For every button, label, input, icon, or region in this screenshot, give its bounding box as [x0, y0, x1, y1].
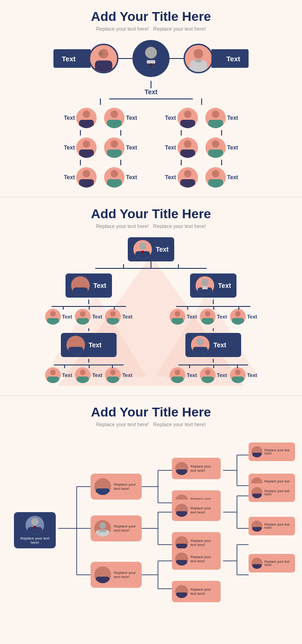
l5-avatar: [230, 367, 246, 383]
l5-node: Text: [105, 367, 132, 383]
svg-rect-58: [202, 286, 208, 289]
svg-point-124: [255, 448, 259, 452]
center-label: Text: [144, 88, 158, 96]
far-right-5: Replace your text here!: [249, 554, 295, 572]
l2-left-label: Text: [93, 282, 106, 289]
svg-point-20: [111, 170, 118, 177]
node-label: Text: [165, 144, 176, 151]
svg-point-48: [72, 338, 79, 345]
svg-rect-13: [79, 150, 94, 158]
l3-node: Text: [230, 309, 257, 325]
mid-card-bot: Replace your text here!: [91, 562, 142, 588]
svg-point-67: [175, 370, 180, 375]
l3-avatar: [230, 309, 246, 325]
svg-rect-43: [47, 318, 59, 325]
svg-rect-62: [202, 318, 214, 325]
connector-left: [118, 58, 132, 59]
svg-rect-27: [180, 179, 195, 188]
svg-rect-55: [107, 377, 119, 383]
avatar-node: [76, 108, 97, 128]
svg-rect-113: [176, 469, 187, 475]
svg-point-22: [184, 111, 191, 118]
svg-point-50: [50, 370, 56, 375]
l4-right-avatar: [191, 336, 210, 354]
svg-rect-123: [176, 592, 187, 598]
svg-point-32: [212, 170, 219, 177]
svg-point-37: [139, 242, 146, 250]
root-label: Replace your text here!: [18, 536, 52, 545]
l5-avatar: [200, 367, 216, 383]
svg-rect-29: [208, 120, 223, 128]
mid-card-mid: Replace your text here!: [91, 515, 142, 541]
section1-chart: Text: [5, 40, 297, 188]
avatar-left: [89, 44, 118, 73]
svg-rect-21: [107, 179, 122, 188]
svg-point-12: [83, 140, 90, 148]
svg-point-28: [212, 111, 219, 118]
l4-left: Text: [61, 333, 117, 357]
svg-point-112: [179, 464, 184, 468]
svg-rect-121: [176, 560, 187, 566]
svg-rect-133: [252, 564, 262, 569]
svg-rect-47: [107, 318, 119, 325]
svg-point-107: [99, 522, 106, 529]
l5-node: Text: [200, 367, 227, 383]
l5-node: Text: [45, 367, 72, 383]
svg-rect-117: [176, 511, 187, 517]
l4-avatar: [66, 336, 85, 354]
avatar-right: [184, 44, 213, 73]
svg-rect-129: [252, 494, 262, 498]
avatar-node: [205, 137, 226, 158]
section1-subtitle: Replace your text here! Replace your tex…: [5, 26, 297, 32]
section2-chart: Text Text: [5, 237, 297, 386]
far-right-1: Replace your text here!: [249, 442, 295, 461]
svg-rect-106: [96, 488, 110, 495]
svg-point-118: [179, 538, 184, 543]
svg-point-2: [98, 51, 103, 56]
svg-rect-53: [77, 377, 89, 383]
svg-point-116: [179, 506, 184, 510]
l5-avatar: [105, 367, 121, 383]
l5-node: Text: [230, 367, 257, 383]
avatar-node: [177, 137, 198, 158]
section2: Add Your Title Here Replace your text he…: [0, 197, 302, 396]
node-label: Text: [227, 115, 238, 121]
node-label: Text: [64, 174, 75, 181]
svg-rect-23: [180, 120, 195, 128]
avatar-node: [104, 167, 125, 188]
far-right-4: Replace your text here!: [249, 517, 295, 535]
section3-chart: Replace your text here! Replace your tex…: [5, 436, 297, 640]
l3-node: Text: [45, 309, 72, 325]
section3-subtitle: Replace your text here! Replace your tex…: [5, 422, 297, 427]
root-node: Text: [128, 237, 174, 261]
svg-point-120: [179, 554, 184, 559]
banner-right: Text: [211, 49, 249, 68]
avatar-node: [104, 137, 125, 158]
svg-rect-19: [107, 150, 122, 158]
svg-point-52: [80, 370, 85, 375]
section1-title: Add Your Title Here: [5, 9, 297, 24]
svg-rect-11: [79, 120, 94, 128]
svg-point-102: [31, 518, 39, 526]
node-label: Text: [64, 144, 75, 151]
svg-point-24: [184, 140, 191, 148]
section2-subtitle: Replace your text here! Replace your tex…: [5, 223, 297, 229]
svg-point-16: [111, 111, 118, 118]
svg-rect-1: [95, 60, 112, 72]
avatar-center: [132, 40, 170, 77]
l5-avatar: [45, 367, 61, 383]
svg-point-65: [197, 338, 204, 345]
right-card-r3b: Replace your text here!: [172, 581, 221, 602]
right-card-r3t: Replace your text here!: [172, 548, 221, 570]
node-label: Text: [64, 115, 75, 121]
svg-point-71: [235, 370, 241, 375]
node-label: Text: [126, 174, 137, 181]
svg-rect-31: [208, 150, 223, 158]
avatar-node: [76, 137, 97, 158]
avatar-node: [205, 108, 226, 128]
l5-avatar: [170, 367, 185, 383]
l3-node: Text: [200, 309, 227, 325]
l3-avatar: [105, 309, 121, 325]
svg-point-105: [99, 481, 106, 487]
l3-node: Text: [170, 309, 197, 325]
